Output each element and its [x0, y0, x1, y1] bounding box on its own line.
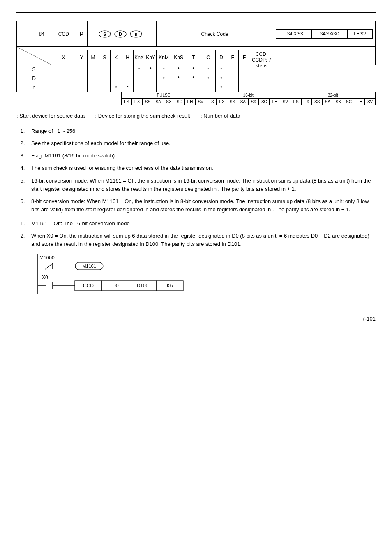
- D-K: [111, 74, 122, 83]
- func-text: Check Code: [201, 31, 228, 37]
- exp-1: Range of : 1 ~ 256: [26, 127, 376, 135]
- diagonal-line: [17, 47, 51, 65]
- exp-4: The sum check is used for ensuring the c…: [26, 164, 376, 172]
- main-info-table: 84 CCD P S D n Check Code ES/EX/SS SA/SX…: [16, 21, 376, 92]
- explanations-list: Range of : 1 ~ 256 See the specification…: [16, 127, 376, 214]
- n-T: [186, 83, 201, 92]
- p15: SV: [280, 99, 291, 105]
- ladder-diagram: M1000 M1161 X0 CCD D0 D100 K6: [34, 254, 376, 296]
- ladder-k6: K6: [167, 283, 173, 289]
- n-H: *: [122, 83, 134, 92]
- exp-6: 8-bit conversion mode: When M1161 = On, …: [26, 197, 376, 214]
- p6: EH: [185, 99, 196, 105]
- row-D: D *****: [17, 74, 376, 83]
- func-cell: Check Code: [157, 21, 273, 47]
- p10: SS: [227, 99, 238, 105]
- p-text: P: [80, 31, 83, 37]
- n-KnY: [145, 83, 157, 92]
- p5: SC: [174, 99, 185, 105]
- n-E: [227, 83, 239, 92]
- col-D: D: [216, 50, 227, 65]
- D-KnX: [134, 74, 145, 83]
- p-cell: P: [76, 21, 88, 47]
- D-C: *: [201, 74, 216, 83]
- pulse-spacer: [16, 92, 121, 105]
- p23: SV: [365, 99, 376, 105]
- n-S: [99, 83, 111, 92]
- S-KnX: *: [134, 65, 145, 74]
- page-number: 7-101: [16, 316, 376, 322]
- S-K: [111, 65, 122, 74]
- bit32-head: 32-bit: [291, 92, 375, 99]
- S-S: [99, 65, 111, 74]
- S-KnM: *: [157, 65, 171, 74]
- col-T: T: [186, 50, 201, 65]
- exp-5: 16-bit conversion mode: When M1161 = Off…: [26, 177, 376, 193]
- D-Y: [76, 74, 88, 83]
- ladder-d0: D0: [112, 283, 119, 289]
- p11: SA: [238, 99, 248, 105]
- n-KnX: [134, 83, 145, 92]
- bottom-rule: [16, 312, 376, 312]
- p9: EX: [217, 99, 227, 105]
- pulse-head: PULSE: [121, 92, 206, 99]
- S-E: [227, 65, 239, 74]
- p2: SS: [143, 99, 153, 105]
- S-T: *: [186, 65, 201, 74]
- S-F: [239, 65, 250, 74]
- col-KnY: KnY: [145, 50, 157, 65]
- svg-line-11: [45, 263, 53, 269]
- p14: EH: [270, 99, 280, 105]
- api-num-empty: [17, 38, 32, 47]
- D-KnS: *: [171, 74, 186, 83]
- p17: EX: [301, 99, 312, 105]
- col-M: M: [88, 50, 99, 65]
- D-X: [51, 74, 76, 83]
- p3: SA: [153, 99, 164, 105]
- p12: SX: [248, 99, 259, 105]
- col-KnX: KnX: [134, 50, 145, 65]
- prog-1: M1161 = Off: The 16-bit conversion mode: [26, 220, 376, 228]
- col-K: K: [111, 50, 122, 65]
- n-C: [201, 83, 216, 92]
- mnemonic-text: CCD: [58, 31, 69, 37]
- p18: SS: [312, 99, 323, 105]
- p16: ES: [291, 99, 301, 105]
- api-num-cell: 84: [32, 21, 51, 47]
- col-C: C: [201, 50, 216, 65]
- exp-3: Flag: M1161 (8/16 bit mode switch): [26, 152, 376, 160]
- operand-a: : Start device for source data: [16, 113, 85, 119]
- col-F: F: [239, 50, 250, 65]
- svg-text:n: n: [134, 32, 137, 37]
- col-KnM: KnM: [157, 50, 171, 65]
- D-E: [227, 74, 239, 83]
- api-label-cell: [17, 21, 32, 38]
- operand-ovals: S D n: [93, 30, 151, 39]
- n-D: *: [216, 83, 227, 92]
- S-X: [51, 65, 76, 74]
- col-H: H: [122, 50, 134, 65]
- mnemonic-label: CCD: [51, 21, 76, 47]
- exp-2: See the specifications of each model for…: [26, 139, 376, 148]
- svg-text:S: S: [103, 32, 106, 37]
- D-F: [239, 74, 250, 83]
- col-KnS: KnS: [171, 50, 186, 65]
- steps-cell: CCD, CCDP: 7 steps: [250, 50, 273, 92]
- D-M: [88, 74, 99, 83]
- svg-text:D: D: [119, 32, 122, 37]
- n-KnM: [157, 83, 171, 92]
- ctrl-1: SA/SX/SC: [311, 30, 347, 39]
- col-X: X: [51, 50, 76, 65]
- n-X: [51, 83, 76, 92]
- prog-2: When X0 = On, the instruction will sum u…: [26, 232, 376, 248]
- D-S: [99, 74, 111, 83]
- ladder-m1000: M1000: [39, 255, 55, 261]
- controllers-table: ES/EX/SS SA/SX/SC EH/SV: [276, 29, 373, 39]
- D-H: [122, 74, 134, 83]
- ladder-x0: X0: [42, 275, 48, 280]
- col-S: S: [99, 50, 111, 65]
- controllers-cell: ES/EX/SS SA/SX/SC EH/SV: [273, 21, 376, 47]
- S-D: *: [216, 65, 227, 74]
- ladder-m1161: M1161: [82, 264, 96, 268]
- D-KnM: *: [157, 74, 171, 83]
